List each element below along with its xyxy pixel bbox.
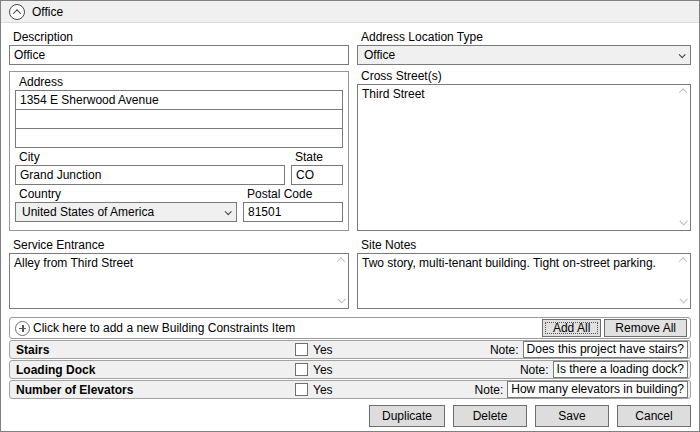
service-entrance-textarea[interactable]: Alley from Third Street [9, 253, 349, 309]
constraint-row-number-of-elevators: Number of Elevators Yes Note: How many e… [9, 380, 691, 399]
address-location-type-label: Address Location Type [361, 30, 691, 44]
site-notes-value: Two story, multi-tenant building. Tight … [362, 256, 656, 270]
constraint-name: Number of Elevators [16, 383, 295, 397]
yes-label: Yes [313, 343, 333, 357]
save-button[interactable]: Save [535, 405, 609, 427]
constraint-name: Loading Dock [16, 363, 295, 377]
constraint-name: Stairs [16, 343, 295, 357]
scroll-up-icon[interactable] [679, 257, 687, 265]
address-location-type-value: Office [364, 48, 679, 62]
site-notes-textarea[interactable]: Two story, multi-tenant building. Tight … [357, 253, 691, 309]
cross-streets-label: Cross Street(s) [361, 69, 691, 83]
remove-all-button[interactable]: Remove All [604, 319, 687, 337]
state-input[interactable] [291, 165, 343, 185]
scroll-down-icon[interactable] [337, 295, 345, 303]
address-location-type-dropdown[interactable]: Office [357, 45, 691, 65]
add-constraint-row[interactable]: Click here to add a new Building Constra… [9, 317, 691, 339]
constraint-row-loading-dock: Loading Dock Yes Note: Is there a loadin… [9, 360, 691, 379]
action-button-bar: Duplicate Delete Save Cancel [9, 405, 691, 427]
constraint-row-stairs: Stairs Yes Note: Does this project have … [9, 340, 691, 359]
address-line1-input[interactable] [15, 90, 343, 110]
note-input[interactable]: Does this project have stairs? [523, 341, 688, 358]
postal-code-input[interactable] [243, 202, 343, 222]
collapse-button[interactable] [9, 4, 25, 20]
scroll-down-icon[interactable] [679, 217, 687, 225]
yes-label: Yes [313, 383, 333, 397]
cross-streets-textarea[interactable]: Third Street [357, 84, 691, 231]
city-label: City [19, 150, 285, 164]
scroll-down-icon[interactable] [679, 295, 687, 303]
address-line3-input[interactable] [15, 128, 343, 148]
address-line2-input[interactable] [15, 109, 343, 129]
city-input[interactable] [15, 165, 285, 185]
yes-checkbox[interactable] [295, 383, 308, 396]
note-label: Note: [490, 343, 519, 357]
note-input[interactable]: How many elevators in building? [507, 381, 688, 398]
postal-code-label: Postal Code [247, 187, 343, 201]
country-dropdown[interactable]: United States of America [15, 202, 237, 222]
panel-content: Description Address City State [1, 23, 699, 432]
note-label: Note: [475, 383, 504, 397]
state-label: State [295, 150, 343, 164]
cross-streets-value: Third Street [362, 87, 425, 101]
add-all-button[interactable]: Add All [542, 319, 601, 337]
country-value: United States of America [22, 205, 225, 219]
scroll-up-icon[interactable] [679, 88, 687, 96]
yes-checkbox[interactable] [295, 363, 308, 376]
yes-checkbox[interactable] [295, 343, 308, 356]
plus-circle-icon [15, 321, 30, 336]
scroll-up-icon[interactable] [337, 257, 345, 265]
note-label: Note: [520, 363, 549, 377]
service-entrance-value: Alley from Third Street [14, 256, 133, 270]
address-label: Address [19, 75, 343, 89]
country-label: Country [19, 187, 237, 201]
duplicate-button[interactable]: Duplicate [369, 405, 445, 427]
add-constraint-prompt: Click here to add a new Building Constra… [33, 321, 295, 335]
service-entrance-label: Service Entrance [13, 238, 349, 252]
note-input[interactable]: Is there a loading dock? [553, 361, 688, 378]
description-input[interactable] [9, 45, 349, 65]
office-location-panel: Office Description Address City [0, 0, 700, 432]
chevron-down-icon [679, 51, 686, 58]
delete-button[interactable]: Delete [453, 405, 527, 427]
building-constraints-section: Click here to add a new Building Constra… [9, 317, 691, 399]
panel-header: Office [1, 1, 699, 23]
chevron-down-icon [225, 208, 232, 215]
yes-label: Yes [313, 363, 333, 377]
chevron-up-icon [13, 9, 21, 17]
site-notes-label: Site Notes [361, 238, 691, 252]
address-group: Address City State [9, 71, 349, 231]
description-label: Description [13, 30, 349, 44]
panel-title: Office [32, 5, 63, 19]
cancel-button[interactable]: Cancel [617, 405, 691, 427]
